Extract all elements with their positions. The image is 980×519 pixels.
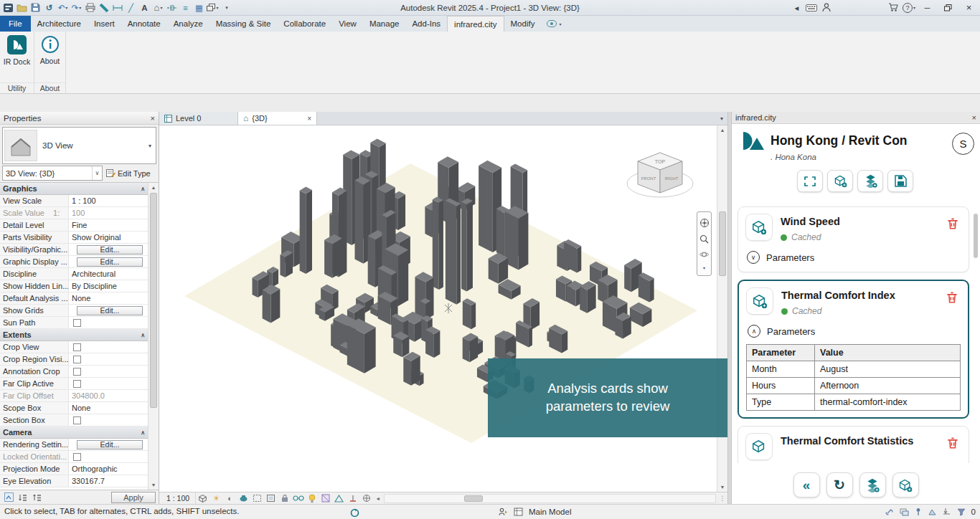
properties-scrollbar[interactable]: ▲ ▼: [148, 183, 159, 490]
instance-selector-chevron-icon[interactable]: ∨: [92, 166, 102, 180]
prop-value[interactable]: Fine: [68, 219, 148, 231]
close-button[interactable]: ×: [959, 0, 979, 15]
show-crop-region-icon[interactable]: [264, 493, 278, 504]
prop-value[interactable]: None: [68, 402, 148, 414]
default-3d-view-icon[interactable]: ⌂▾: [151, 1, 165, 14]
tab-manage[interactable]: Manage: [363, 16, 406, 32]
minimize-button[interactable]: ─: [918, 0, 937, 15]
lock-3d-view-icon[interactable]: [278, 493, 291, 504]
edit-rendering-settings-button[interactable]: Edit...: [77, 440, 142, 449]
parameters-toggle[interactable]: ∨ Parameters: [747, 251, 961, 264]
worksharing-display-icon[interactable]: [359, 493, 373, 504]
tab-architecture[interactable]: Architecture: [31, 16, 88, 32]
restore-button[interactable]: [938, 0, 958, 15]
view-tab-3d[interactable]: ⌂ {3D} ×: [238, 112, 317, 125]
aligned-dimension-icon[interactable]: [110, 1, 124, 14]
switch-windows-icon[interactable]: ▾: [206, 1, 220, 14]
scroll-up-icon[interactable]: ▲: [717, 125, 727, 135]
ribbon-group-label-about[interactable]: About: [34, 82, 65, 93]
scroll-down-icon[interactable]: ▼: [149, 480, 159, 490]
navbar-dropdown-icon[interactable]: ▾: [703, 265, 705, 270]
select-underlay-icon[interactable]: [900, 506, 909, 518]
edit-show-grids-button[interactable]: Edit...: [77, 306, 142, 315]
viewcube-front-label[interactable]: FRONT: [641, 176, 656, 181]
background-process-icon[interactable]: [350, 507, 359, 518]
scrollbar-thumb[interactable]: [464, 495, 483, 502]
section-icon[interactable]: [165, 1, 179, 14]
section-extents[interactable]: Extents∧: [0, 329, 148, 341]
zoom-icon[interactable]: [699, 234, 709, 244]
help-icon[interactable]: ?▾: [902, 1, 916, 14]
add-model-button[interactable]: [827, 170, 853, 192]
apply-button[interactable]: Apply: [111, 492, 156, 503]
panel-scrollbar[interactable]: [973, 206, 979, 460]
viewcube-top-label[interactable]: TOP: [655, 159, 666, 164]
sort-ascending-icon[interactable]: [17, 492, 29, 503]
application-menu-icon[interactable]: [1, 1, 15, 14]
prop-value[interactable]: 1 : 100: [68, 195, 148, 206]
delete-card-button[interactable]: [943, 287, 961, 308]
sync-with-central-icon[interactable]: ↺: [42, 1, 56, 14]
prop-value[interactable]: By Discipline: [68, 280, 148, 292]
crop-view-icon[interactable]: [250, 493, 264, 504]
temporary-view-properties-icon[interactable]: [319, 493, 332, 504]
tab-infrared-city[interactable]: infrared.city: [447, 16, 504, 32]
measure-icon[interactable]: [97, 1, 110, 14]
tab-analyze[interactable]: Analyze: [167, 16, 209, 32]
view-scale-button[interactable]: 1 : 100: [161, 492, 196, 504]
analysis-card-thermal-comfort-index[interactable]: Thermal Comfort Index Cached ∧ Parameter…: [738, 280, 969, 419]
close-inactive-windows-icon[interactable]: ▦: [192, 1, 206, 14]
annotation-crop-checkbox[interactable]: [73, 368, 81, 376]
instance-selector[interactable]: 3D View: {3D} ∨: [2, 166, 103, 181]
ribbon-display-options[interactable]: ▾: [541, 16, 567, 32]
worksets-icon[interactable]: [499, 506, 508, 518]
collapse-section-icon[interactable]: ∧: [141, 429, 145, 436]
render-icon[interactable]: [237, 493, 250, 504]
reveal-hidden-elements-icon[interactable]: [305, 493, 319, 504]
navigation-bar[interactable]: ▾: [697, 211, 712, 276]
section-graphics[interactable]: Graphics∧: [0, 183, 148, 195]
analysis-card-wind-speed[interactable]: Wind Speed Cached ∨ Parameters: [738, 206, 969, 272]
delete-card-button[interactable]: [943, 214, 962, 234]
design-options-icon[interactable]: [514, 506, 523, 518]
keyboard-shortcuts-icon[interactable]: [805, 1, 819, 14]
orbit-icon[interactable]: [699, 250, 709, 259]
tab-insert[interactable]: Insert: [88, 16, 121, 32]
about-button[interactable]: About: [37, 35, 64, 65]
properties-help-icon[interactable]: [3, 492, 14, 503]
parameters-toggle[interactable]: ∧ Parameters: [748, 325, 961, 338]
refresh-button[interactable]: ↻: [826, 472, 853, 497]
tab-massing-site[interactable]: Massing & Site: [209, 16, 278, 32]
scroll-left-icon[interactable]: ◄: [373, 496, 382, 501]
add-analysis-button[interactable]: [857, 170, 883, 192]
ir-dock-button[interactable]: IR Dock: [1, 35, 33, 66]
visual-style-icon[interactable]: [196, 493, 209, 504]
steering-wheel-icon[interactable]: [699, 218, 710, 228]
select-links-icon[interactable]: [885, 506, 894, 518]
tab-annotate[interactable]: Annotate: [121, 16, 167, 32]
expand-view-button[interactable]: [797, 170, 823, 192]
ribbon-group-label-utility[interactable]: Utility: [0, 82, 34, 93]
tab-collaborate[interactable]: Collaborate: [277, 16, 332, 32]
customize-qat-icon[interactable]: ▾: [220, 1, 233, 14]
temporary-hide-isolate-icon[interactable]: [291, 493, 305, 504]
scrollbar-thumb[interactable]: [974, 214, 978, 258]
collapse-icon[interactable]: ◂: [790, 1, 804, 14]
sun-path-icon[interactable]: ☀: [209, 493, 223, 504]
collapse-section-icon[interactable]: ∧: [141, 186, 145, 192]
tab-view[interactable]: View: [332, 16, 363, 32]
select-by-face-icon[interactable]: [928, 506, 937, 518]
sort-descending-icon[interactable]: [32, 492, 43, 503]
section-camera[interactable]: Camera∧: [0, 427, 148, 439]
locked-orientation-checkbox[interactable]: [73, 453, 81, 461]
scroll-up-icon[interactable]: ▲: [149, 183, 159, 192]
user-account-icon[interactable]: [820, 1, 834, 14]
thin-lines-icon[interactable]: ≡: [179, 1, 192, 14]
model-line-icon[interactable]: ╱: [124, 1, 138, 14]
tab-modify[interactable]: Modify: [504, 16, 542, 32]
new-model-cube-button[interactable]: [892, 472, 919, 497]
panel-splitter[interactable]: [727, 112, 732, 504]
redo-icon[interactable]: ↷▾: [70, 1, 83, 14]
panel-close-icon[interactable]: ×: [972, 113, 976, 122]
print-icon[interactable]: [83, 1, 97, 14]
